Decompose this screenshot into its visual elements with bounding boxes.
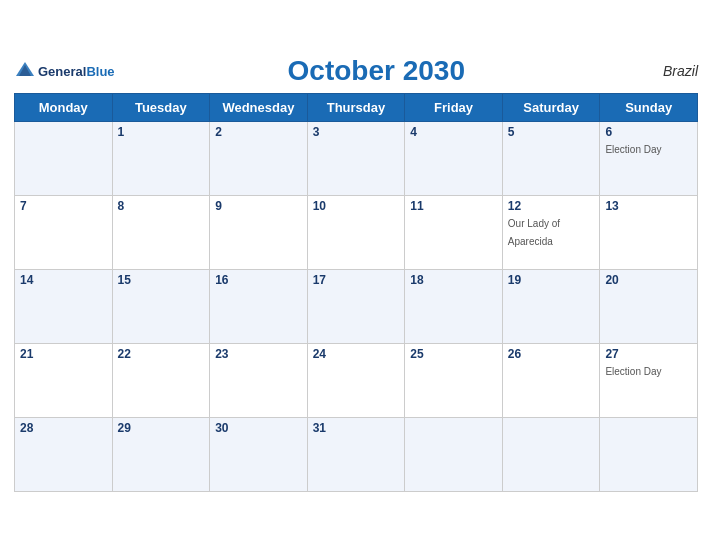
calendar-day-cell: 19 bbox=[502, 269, 600, 343]
logo: GeneralBlue bbox=[14, 60, 115, 82]
calendar-day-cell: 25 bbox=[405, 343, 503, 417]
calendar-day-cell: 18 bbox=[405, 269, 503, 343]
calendar-day-cell: 14 bbox=[15, 269, 113, 343]
calendar-day-cell: 10 bbox=[307, 195, 405, 269]
calendar-day-cell: 12Our Lady of Aparecida bbox=[502, 195, 600, 269]
day-number: 5 bbox=[508, 125, 595, 139]
day-number: 4 bbox=[410, 125, 497, 139]
day-event: Election Day bbox=[605, 144, 661, 155]
day-number: 28 bbox=[20, 421, 107, 435]
calendar-day-cell: 6Election Day bbox=[600, 121, 698, 195]
day-number: 29 bbox=[118, 421, 205, 435]
day-number: 15 bbox=[118, 273, 205, 287]
day-event: Election Day bbox=[605, 366, 661, 377]
calendar-day-cell bbox=[600, 417, 698, 491]
country-label: Brazil bbox=[638, 63, 698, 79]
calendar-day-cell: 26 bbox=[502, 343, 600, 417]
calendar-week-row: 123456Election Day bbox=[15, 121, 698, 195]
weekday-header-tuesday: Tuesday bbox=[112, 93, 210, 121]
calendar-day-cell: 1 bbox=[112, 121, 210, 195]
calendar-day-cell: 5 bbox=[502, 121, 600, 195]
calendar-day-cell: 17 bbox=[307, 269, 405, 343]
calendar-day-cell: 13 bbox=[600, 195, 698, 269]
day-number: 23 bbox=[215, 347, 302, 361]
day-number: 26 bbox=[508, 347, 595, 361]
calendar-day-cell: 11 bbox=[405, 195, 503, 269]
day-number: 22 bbox=[118, 347, 205, 361]
day-number: 17 bbox=[313, 273, 400, 287]
calendar-wrapper: GeneralBlue October 2030 Brazil MondayTu… bbox=[0, 45, 712, 506]
calendar-day-cell: 31 bbox=[307, 417, 405, 491]
day-number: 12 bbox=[508, 199, 595, 213]
weekday-header-friday: Friday bbox=[405, 93, 503, 121]
calendar-day-cell: 21 bbox=[15, 343, 113, 417]
day-number: 19 bbox=[508, 273, 595, 287]
calendar-day-cell: 9 bbox=[210, 195, 308, 269]
calendar-day-cell: 27Election Day bbox=[600, 343, 698, 417]
calendar-day-cell bbox=[405, 417, 503, 491]
calendar-day-cell: 30 bbox=[210, 417, 308, 491]
calendar-week-row: 21222324252627Election Day bbox=[15, 343, 698, 417]
calendar-day-cell: 22 bbox=[112, 343, 210, 417]
calendar-week-row: 28293031 bbox=[15, 417, 698, 491]
day-number: 10 bbox=[313, 199, 400, 213]
day-event: Our Lady of Aparecida bbox=[508, 218, 560, 247]
calendar-day-cell: 24 bbox=[307, 343, 405, 417]
logo-bird-icon bbox=[14, 60, 36, 78]
day-number: 13 bbox=[605, 199, 692, 213]
day-number: 18 bbox=[410, 273, 497, 287]
day-number: 16 bbox=[215, 273, 302, 287]
calendar-day-cell: 16 bbox=[210, 269, 308, 343]
day-number: 9 bbox=[215, 199, 302, 213]
weekday-header-saturday: Saturday bbox=[502, 93, 600, 121]
day-number: 7 bbox=[20, 199, 107, 213]
day-number: 24 bbox=[313, 347, 400, 361]
day-number: 27 bbox=[605, 347, 692, 361]
day-number: 25 bbox=[410, 347, 497, 361]
weekday-header-monday: Monday bbox=[15, 93, 113, 121]
day-number: 11 bbox=[410, 199, 497, 213]
calendar-day-cell: 2 bbox=[210, 121, 308, 195]
calendar-week-row: 789101112Our Lady of Aparecida13 bbox=[15, 195, 698, 269]
calendar-day-cell: 4 bbox=[405, 121, 503, 195]
day-number: 30 bbox=[215, 421, 302, 435]
calendar-day-cell: 15 bbox=[112, 269, 210, 343]
calendar-table: MondayTuesdayWednesdayThursdayFridaySatu… bbox=[14, 93, 698, 492]
calendar-day-cell: 7 bbox=[15, 195, 113, 269]
day-number: 3 bbox=[313, 125, 400, 139]
day-number: 31 bbox=[313, 421, 400, 435]
calendar-day-cell: 20 bbox=[600, 269, 698, 343]
day-number: 14 bbox=[20, 273, 107, 287]
calendar-day-cell bbox=[15, 121, 113, 195]
calendar-header: GeneralBlue October 2030 Brazil bbox=[14, 55, 698, 87]
day-number: 20 bbox=[605, 273, 692, 287]
calendar-week-row: 14151617181920 bbox=[15, 269, 698, 343]
calendar-day-cell: 23 bbox=[210, 343, 308, 417]
weekday-header-sunday: Sunday bbox=[600, 93, 698, 121]
calendar-day-cell: 29 bbox=[112, 417, 210, 491]
calendar-title: October 2030 bbox=[115, 55, 638, 87]
day-number: 1 bbox=[118, 125, 205, 139]
calendar-day-cell: 3 bbox=[307, 121, 405, 195]
weekday-header-wednesday: Wednesday bbox=[210, 93, 308, 121]
weekday-header-thursday: Thursday bbox=[307, 93, 405, 121]
logo-blue-text: Blue bbox=[86, 64, 114, 79]
calendar-day-cell: 28 bbox=[15, 417, 113, 491]
calendar-day-cell: 8 bbox=[112, 195, 210, 269]
logo-general: General bbox=[38, 64, 86, 79]
day-number: 8 bbox=[118, 199, 205, 213]
calendar-day-cell bbox=[502, 417, 600, 491]
day-number: 21 bbox=[20, 347, 107, 361]
day-number: 6 bbox=[605, 125, 692, 139]
weekday-header-row: MondayTuesdayWednesdayThursdayFridaySatu… bbox=[15, 93, 698, 121]
day-number: 2 bbox=[215, 125, 302, 139]
